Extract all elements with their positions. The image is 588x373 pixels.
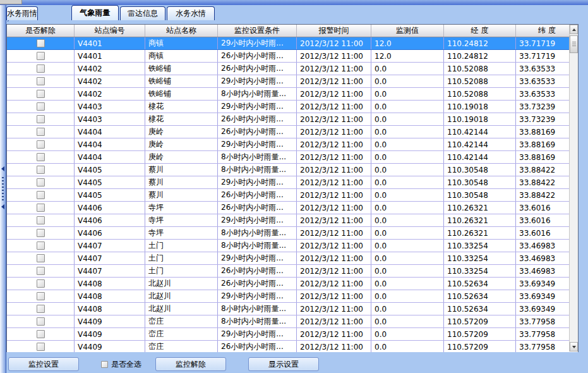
release-checkbox[interactable] — [37, 77, 45, 85]
condition-cell: 8小时内小时雨量... — [218, 164, 297, 176]
table-row[interactable]: V4402铁峪铺29小时内小时雨...2012/3/12 11:000.0110… — [7, 75, 578, 88]
monitor-release-button[interactable]: 监控解除 — [155, 357, 226, 371]
value-cell: 0.0 — [371, 126, 444, 138]
tab-2[interactable]: 水务水情 — [167, 6, 215, 20]
release-checkbox[interactable] — [37, 267, 45, 275]
table-row[interactable]: V4404庚岭8小时内小时雨量...2012/3/12 11:000.0110.… — [7, 151, 578, 164]
table-row[interactable]: V4402铁峪铺26小时内小时雨...2012/3/12 11:000.0110… — [7, 63, 578, 75]
column-header[interactable]: 经 度 — [444, 25, 516, 37]
table-row[interactable]: V4406寺坪29小时内小时雨...2012/3/12 11:000.0110.… — [7, 214, 578, 227]
release-checkbox[interactable] — [37, 115, 45, 123]
longitude-cell: 110.19018 — [444, 101, 516, 113]
alarm-time-cell: 2012/3/12 11:00 — [297, 63, 371, 75]
release-checkbox[interactable] — [37, 90, 45, 98]
vertical-scrollbar[interactable] — [569, 25, 578, 352]
alarm-time-cell: 2012/3/12 11:00 — [297, 202, 371, 214]
longitude-cell: 110.52088 — [444, 63, 516, 75]
release-checkbox[interactable] — [37, 254, 45, 262]
table-row[interactable]: V4403棣花29小时内小时雨...2012/3/12 11:000.0110.… — [7, 101, 578, 113]
table-row[interactable]: V4409峦庄8小时内小时雨量...2012/3/12 11:000.0110.… — [7, 315, 578, 328]
release-checkbox[interactable] — [37, 242, 45, 250]
release-checkbox[interactable] — [37, 305, 45, 313]
release-checkbox[interactable] — [37, 64, 45, 73]
column-header[interactable]: 站点名称 — [145, 25, 218, 37]
table-row[interactable]: V4404庚岭29小时内小时雨...2012/3/12 11:000.0110.… — [7, 138, 578, 151]
table-row[interactable]: V4401商镇26小时内小时雨...2012/3/12 11:0012.0110… — [7, 50, 578, 63]
release-checkbox[interactable] — [37, 317, 45, 326]
table-row[interactable]: V4405蔡川29小时内小时雨...2012/3/12 11:000.0110.… — [7, 176, 578, 189]
column-header[interactable]: 是否解除 — [7, 25, 75, 37]
release-checkbox[interactable] — [37, 178, 45, 186]
condition-cell: 29小时内小时雨... — [218, 37, 297, 49]
longitude-cell: 110.26321 — [444, 227, 516, 239]
condition-cell: 26小时内小时雨... — [218, 265, 297, 277]
table-row[interactable]: V4405蔡川26小时内小时雨...2012/3/12 11:000.0110.… — [7, 189, 578, 202]
collapse-left-icon[interactable] — [1, 204, 4, 209]
collapse-left-icon[interactable] — [1, 166, 4, 171]
release-checkbox[interactable] — [37, 166, 45, 174]
table-row[interactable]: V4407土门8小时内小时雨量...2012/3/12 11:000.0110.… — [7, 240, 578, 252]
table-body: V4401商镇29小时内小时雨...2012/3/12 11:0012.0110… — [7, 37, 578, 353]
scroll-down-button[interactable] — [570, 342, 578, 352]
release-checkbox[interactable] — [37, 204, 45, 212]
scrollbar-thumb[interactable] — [570, 35, 578, 53]
station-id-cell: V4405 — [75, 176, 145, 188]
tab-3[interactable]: 水务雨情 — [6, 6, 38, 20]
release-checkbox[interactable] — [37, 330, 45, 338]
left-splitter-bar[interactable] — [0, 5, 6, 373]
release-checkbox[interactable] — [37, 153, 45, 161]
tab-1[interactable]: 雷达信息 — [120, 6, 165, 20]
monitor-settings-button[interactable]: 监控设置 — [8, 357, 79, 371]
column-header[interactable]: 监测值 — [371, 25, 444, 37]
table-row[interactable]: V4404庚岭26小时内小时雨...2012/3/12 11:000.0110.… — [7, 126, 578, 138]
table-row[interactable]: V4409峦庄29小时内小时雨...2012/3/12 11:000.0110.… — [7, 328, 578, 341]
release-cell — [7, 252, 75, 264]
column-header[interactable]: 站点编号 — [75, 25, 145, 37]
table-row[interactable]: V4408北赵川29小时内小时雨...2012/3/12 11:000.0110… — [7, 290, 578, 303]
release-checkbox[interactable] — [37, 279, 45, 288]
release-checkbox[interactable] — [37, 229, 45, 237]
value-cell: 0.0 — [371, 189, 444, 201]
table-row[interactable]: V4405蔡川8小时内小时雨量...2012/3/12 11:000.0110.… — [7, 164, 578, 176]
release-checkbox[interactable] — [37, 140, 45, 149]
station-id-cell: V4404 — [75, 151, 145, 163]
alarm-time-cell: 2012/3/12 11:00 — [297, 113, 371, 125]
value-cell: 0.0 — [371, 303, 444, 315]
table-row[interactable]: V4406寺坪8小时内小时雨量...2012/3/12 11:000.0110.… — [7, 227, 578, 240]
table-row[interactable]: V4406寺坪26小时内小时雨...2012/3/12 11:000.0110.… — [7, 202, 578, 214]
table-row[interactable]: V4409峦庄26小时内小时雨...2012/3/12 11:000.0110.… — [7, 341, 578, 353]
splitter-grip-icon[interactable] — [2, 177, 4, 202]
table-row[interactable]: V4407土门29小时内小时雨...2012/3/12 11:000.0110.… — [7, 252, 578, 265]
scroll-up-button[interactable] — [570, 25, 578, 34]
table-row[interactable]: V4407土门26小时内小时雨...2012/3/12 11:000.0110.… — [7, 265, 578, 278]
alarm-time-cell: 2012/3/12 11:00 — [297, 75, 371, 87]
release-checkbox[interactable] — [37, 292, 45, 300]
release-checkbox[interactable] — [37, 128, 45, 136]
release-checkbox[interactable] — [37, 343, 45, 351]
condition-cell: 29小时内小时雨... — [218, 328, 297, 340]
longitude-cell: 110.24812 — [444, 37, 516, 49]
table-row[interactable]: V4408北赵川26小时内小时雨...2012/3/12 11:000.0110… — [7, 278, 578, 290]
condition-cell: 26小时内小时雨... — [218, 63, 297, 75]
release-checkbox[interactable] — [37, 102, 45, 111]
value-cell: 0.0 — [371, 214, 444, 226]
table-row[interactable]: V4403棣花26小时内小时雨...2012/3/12 11:000.0110.… — [7, 113, 578, 126]
release-checkbox[interactable] — [37, 39, 45, 47]
condition-cell: 26小时内小时雨... — [218, 341, 297, 353]
alarm-time-cell: 2012/3/12 11:00 — [297, 101, 371, 113]
station-name-cell: 寺坪 — [145, 214, 218, 226]
column-header[interactable]: 监控设置条件 — [218, 25, 297, 37]
table-row[interactable]: V4402铁峪铺8小时内小时雨量...2012/3/12 11:000.0110… — [7, 88, 578, 101]
station-id-cell: V4401 — [75, 50, 145, 62]
release-checkbox[interactable] — [37, 52, 45, 60]
release-checkbox[interactable] — [37, 191, 45, 199]
tab-0[interactable]: 气象雨量 — [71, 5, 119, 20]
condition-cell: 8小时内小时雨量... — [218, 88, 297, 100]
table-row[interactable]: V4408北赵川8小时内小时雨量...2012/3/12 11:000.0110… — [7, 303, 578, 315]
column-header[interactable]: 报警时间 — [297, 25, 371, 37]
select-all-checkbox[interactable] — [101, 361, 108, 368]
condition-cell: 26小时内小时雨... — [218, 113, 297, 125]
release-checkbox[interactable] — [37, 216, 45, 224]
display-settings-button[interactable]: 显示设置 — [248, 357, 319, 371]
table-row[interactable]: V4401商镇29小时内小时雨...2012/3/12 11:0012.0110… — [7, 37, 578, 50]
